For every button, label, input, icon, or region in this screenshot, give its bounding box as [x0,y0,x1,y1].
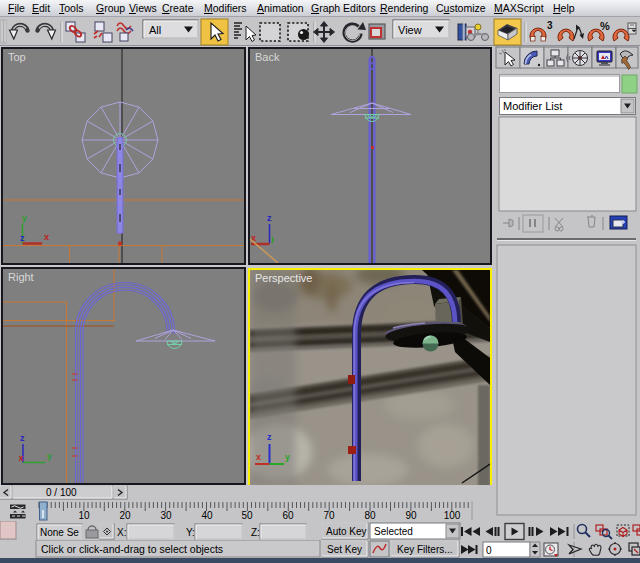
svg-text:z: z [20,433,25,443]
svg-text:Y:: Y: [186,527,195,538]
svg-text:y: y [22,213,27,223]
svg-text:%: % [600,20,610,32]
svg-text:0: 0 [486,545,492,556]
svg-text:Auto Key: Auto Key [326,526,367,537]
svg-text:100: 100 [444,510,461,521]
svg-text:Selected: Selected [374,526,413,537]
svg-text:y: y [285,452,290,462]
svg-text:None Se: None Se [40,527,79,538]
svg-text:60: 60 [282,510,294,521]
svg-text:Modifier List: Modifier List [503,100,562,112]
svg-text:All: All [149,24,161,36]
svg-text:50: 50 [241,510,253,521]
svg-text:View: View [398,24,422,36]
svg-text:Set Key: Set Key [327,544,362,555]
svg-text:0 / 100: 0 / 100 [46,487,77,498]
svg-text:x: x [256,452,261,462]
svg-text:Click or click-and-drag to sel: Click or click-and-drag to select object… [41,543,223,555]
svg-text:y: y [47,451,52,461]
svg-text:z: z [267,432,272,442]
svg-text:x: x [19,453,24,463]
svg-text:90: 90 [405,510,417,521]
svg-text:80: 80 [364,510,376,521]
svg-text:z: z [267,213,272,223]
svg-text:20: 20 [119,510,131,521]
svg-text:z: z [20,233,25,243]
svg-text:40: 40 [201,510,213,521]
svg-text:X:: X: [117,527,126,538]
svg-text:70: 70 [323,510,335,521]
svg-text:x: x [44,232,49,242]
svg-text:30: 30 [160,510,172,521]
svg-text:3: 3 [547,20,553,31]
svg-text:10: 10 [78,510,90,521]
svg-text:Key Filters...: Key Filters... [397,544,453,555]
svg-text:Z:: Z: [251,527,260,538]
